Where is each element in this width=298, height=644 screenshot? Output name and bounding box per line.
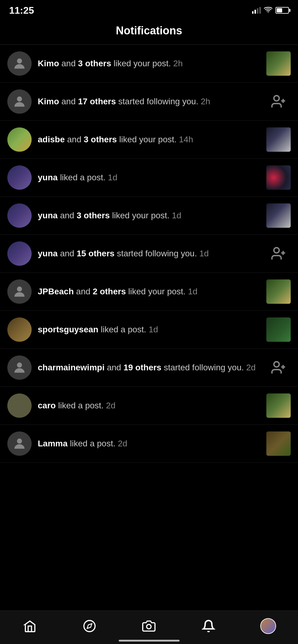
notification-time: 2h xyxy=(201,97,210,106)
profile-avatar xyxy=(260,618,276,634)
notification-username: yuna xyxy=(38,211,58,220)
avatar xyxy=(7,355,32,380)
notification-text: yuna and 15 others started following you… xyxy=(38,247,260,260)
avatar xyxy=(7,241,32,266)
status-bar: 11:25 xyxy=(0,0,298,18)
notification-time: 2d xyxy=(118,439,127,448)
notification-username: yuna xyxy=(38,249,58,258)
svg-point-14 xyxy=(17,438,22,444)
home-indicator xyxy=(119,640,180,642)
avatar xyxy=(7,89,32,114)
wifi-icon xyxy=(264,6,272,15)
bell-icon xyxy=(202,619,215,633)
compass-icon xyxy=(83,619,96,633)
notification-username: Lamma xyxy=(38,439,68,448)
notification-text: adisbe and 3 others liked your post. 14h xyxy=(38,133,260,146)
notification-bold: 3 others xyxy=(77,211,110,220)
post-thumbnail xyxy=(266,279,291,304)
svg-point-0 xyxy=(268,11,269,12)
status-icons xyxy=(252,6,289,15)
svg-point-3 xyxy=(274,96,279,101)
avatar xyxy=(7,393,32,418)
notification-bold: 2 others xyxy=(93,287,126,296)
post-thumbnail xyxy=(266,393,291,418)
avatar xyxy=(7,279,32,304)
follow-icon xyxy=(266,89,291,114)
post-thumbnail xyxy=(266,317,291,342)
svg-point-1 xyxy=(17,58,22,64)
notification-time: 1d xyxy=(108,173,117,182)
notification-username: JPBeach xyxy=(38,287,74,296)
notification-time: 2h xyxy=(173,59,183,68)
notification-text: Lamma liked a post. 2d xyxy=(38,437,260,450)
bottom-nav xyxy=(0,611,298,644)
camera-icon xyxy=(142,619,156,633)
notification-item[interactable]: Kimo and 3 others liked your post. 2h xyxy=(0,45,298,83)
notification-username: sportsguysean xyxy=(38,325,98,334)
notification-text: Kimo and 17 others started following you… xyxy=(38,95,260,108)
notification-text: sportsguysean liked a post. 1d xyxy=(38,323,260,336)
follow-icon xyxy=(266,241,291,266)
notification-username: adisbe xyxy=(38,135,65,144)
notification-time: 2d xyxy=(106,401,115,410)
post-thumbnail xyxy=(266,165,291,190)
post-thumbnail xyxy=(266,203,291,228)
notification-item[interactable]: yuna and 15 others started following you… xyxy=(0,235,298,273)
nav-explore[interactable] xyxy=(77,617,102,635)
svg-point-6 xyxy=(274,248,279,253)
nav-home[interactable] xyxy=(18,617,42,635)
notification-time: 1d xyxy=(199,249,209,258)
svg-point-9 xyxy=(17,286,22,292)
page-title: Notifications xyxy=(0,18,298,45)
notification-text: yuna and 3 others liked your post. 1d xyxy=(38,209,260,222)
notification-time: 1d xyxy=(188,287,197,296)
status-time: 11:25 xyxy=(9,5,34,16)
notification-username: yuna xyxy=(38,173,58,182)
notification-text: charmainewimpi and 19 others started fol… xyxy=(38,361,260,374)
notification-item[interactable]: yuna liked a post. 1d xyxy=(0,159,298,197)
nav-notifications[interactable] xyxy=(196,617,221,635)
notification-username: caro xyxy=(38,401,56,410)
avatar xyxy=(7,431,32,456)
notification-text: yuna liked a post. 1d xyxy=(38,171,260,184)
avatar xyxy=(7,203,32,228)
notification-time: 2d xyxy=(246,363,256,372)
notification-item[interactable]: JPBeach and 2 others liked your post. 1d xyxy=(0,273,298,311)
notification-username: Kimo xyxy=(38,59,59,68)
avatar xyxy=(7,51,32,76)
notification-time: 1d xyxy=(149,325,158,334)
notification-time: 14h xyxy=(179,135,193,144)
notification-username: Kimo xyxy=(38,97,59,106)
svg-point-16 xyxy=(147,624,151,629)
svg-point-11 xyxy=(274,362,279,367)
nav-profile[interactable] xyxy=(256,617,280,635)
notification-text: caro liked a post. 2d xyxy=(38,399,260,412)
notifications-list: Kimo and 3 others liked your post. 2hKim… xyxy=(0,45,298,463)
avatar xyxy=(7,165,32,190)
notification-item[interactable]: Kimo and 17 others started following you… xyxy=(0,83,298,121)
follow-icon xyxy=(266,355,291,380)
notification-bold: 19 others xyxy=(124,363,162,372)
notification-item[interactable]: sportsguysean liked a post. 1d xyxy=(0,311,298,349)
notification-time: 1d xyxy=(172,211,181,220)
svg-point-10 xyxy=(17,362,22,368)
nav-camera[interactable] xyxy=(137,617,161,635)
notification-item[interactable]: caro liked a post. 2d xyxy=(0,387,298,425)
post-thumbnail xyxy=(266,51,291,76)
notification-text: Kimo and 3 others liked your post. 2h xyxy=(38,57,260,70)
post-thumbnail xyxy=(266,431,291,456)
notification-username: charmainewimpi xyxy=(38,363,104,372)
post-thumbnail xyxy=(266,127,291,152)
svg-point-2 xyxy=(17,96,22,102)
notification-item[interactable]: Lamma liked a post. 2d xyxy=(0,425,298,463)
notification-bold: 17 others xyxy=(78,97,116,106)
notification-bold: 15 others xyxy=(77,249,115,258)
notification-item[interactable]: yuna and 3 others liked your post. 1d xyxy=(0,197,298,235)
notification-text: JPBeach and 2 others liked your post. 1d xyxy=(38,285,260,298)
notification-bold: 3 others xyxy=(84,135,117,144)
signal-icon xyxy=(252,7,261,14)
avatar xyxy=(7,317,32,342)
notification-item[interactable]: charmainewimpi and 19 others started fol… xyxy=(0,349,298,387)
avatar xyxy=(7,127,32,152)
notification-item[interactable]: adisbe and 3 others liked your post. 14h xyxy=(0,121,298,159)
